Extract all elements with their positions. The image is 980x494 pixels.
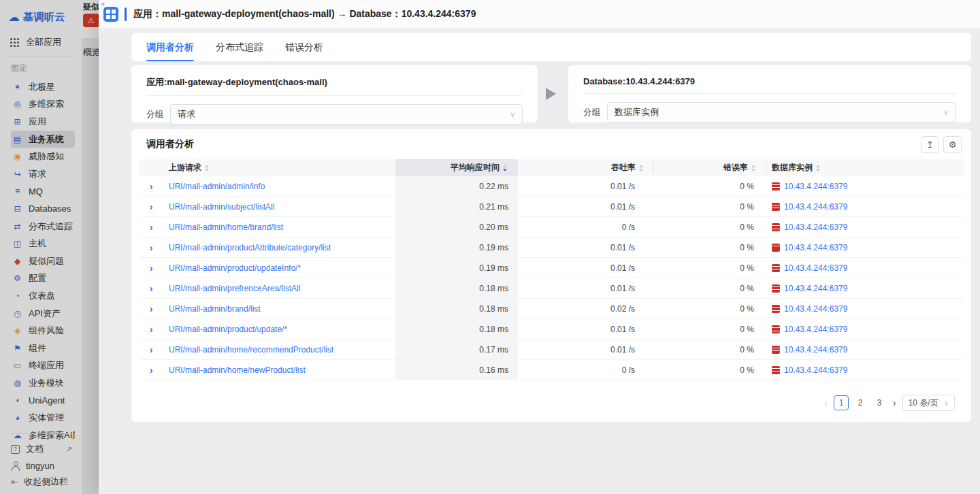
- widget-grid-icon[interactable]: [103, 7, 118, 22]
- page-3[interactable]: 3: [872, 395, 887, 410]
- column-header-avg-response[interactable]: 平均响应时间: [395, 159, 518, 176]
- chevron-down-icon: ∨: [510, 110, 515, 119]
- db-instance-link[interactable]: 10.43.4.244:6379: [784, 223, 847, 232]
- expand-cell: ›: [139, 319, 163, 339]
- db-instance-cell: 10.43.4.244:6379: [766, 278, 964, 298]
- app-card-title: 应用:mall-gateway-deployment(chaos-mall): [146, 72, 523, 96]
- expand-icon[interactable]: ›: [150, 243, 153, 252]
- drawer-header: × 应用：mall-gateway-deployment(chaos-mall)…: [99, 0, 980, 29]
- error-rate-cell: 0 %: [654, 197, 766, 216]
- page-size-select[interactable]: 10 条/页 ∨: [902, 395, 955, 411]
- column-settings-button[interactable]: ⚙: [943, 136, 962, 153]
- chevron-down-icon: ∨: [943, 108, 949, 117]
- uri-link[interactable]: URI/mall-admin/product/update/*: [169, 325, 287, 334]
- uri-link[interactable]: URI/mall-admin/home/recommendProduct/lis…: [169, 345, 333, 355]
- uri-link[interactable]: URI/mall-admin/subject/listAll: [169, 202, 274, 212]
- redis-icon: [772, 305, 780, 313]
- uri-link[interactable]: URI/mall-admin/home/brand/list: [169, 223, 283, 232]
- uri-link[interactable]: URI/mall-admin/product/updateInfo/*: [169, 263, 301, 273]
- app-card: 应用:mall-gateway-deployment(chaos-mall) 分…: [131, 65, 538, 122]
- avg-response-cell: 0.17 ms: [395, 340, 518, 359]
- uri-cell: URI/mall-admin/admin/info: [163, 176, 395, 196]
- export-button[interactable]: ↥: [921, 136, 939, 153]
- app-group-select[interactable]: 请求 ∨: [170, 104, 523, 125]
- redis-icon: [772, 346, 780, 354]
- prev-page-icon[interactable]: ‹: [824, 398, 828, 408]
- sort-icon[interactable]: [816, 165, 820, 171]
- drawer-title: 应用：mall-gateway-deployment(chaos-mall) →…: [133, 8, 476, 20]
- title-accent-bar: [125, 7, 127, 21]
- expand-cell: ›: [139, 217, 163, 237]
- db-instance-cell: 10.43.4.244:6379: [766, 319, 964, 339]
- table-body: ›URI/mall-admin/admin/info0.22 ms0.01 /s…: [139, 176, 964, 380]
- uri-cell: URI/mall-admin/home/newProduct/list: [163, 360, 395, 380]
- db-instance-cell: 10.43.4.244:6379: [766, 360, 964, 380]
- sort-icon-active[interactable]: [503, 165, 507, 171]
- sort-icon[interactable]: [639, 165, 643, 171]
- page-2[interactable]: 2: [853, 395, 868, 410]
- uri-cell: URI/mall-admin/brand/list: [163, 299, 395, 318]
- db-instance-link[interactable]: 10.43.4.244:6379: [784, 325, 847, 334]
- expand-icon[interactable]: ›: [150, 304, 153, 314]
- db-instance-link[interactable]: 10.43.4.244:6379: [784, 182, 847, 191]
- group-label: 分组: [146, 109, 163, 120]
- drawer-body: 调用者分析分布式追踪错误分析 应用:mall-gateway-deploymen…: [99, 29, 980, 494]
- app-root: ☁ 基调听云 全部应用 固定 ✶北极星◎多维探索⊞应用▤业务系统◉威胁感知↪请求…: [0, 0, 980, 494]
- uri-link[interactable]: URI/mall-admin/home/newProduct/list: [169, 365, 306, 375]
- db-instance-link[interactable]: 10.43.4.244:6379: [784, 365, 847, 375]
- redis-icon: [772, 264, 780, 272]
- throughput-cell: 0.01 /s: [518, 176, 654, 196]
- db-instance-cell: 10.43.4.244:6379: [766, 197, 964, 216]
- error-rate-cell: 0 %: [654, 217, 766, 237]
- db-instance-link[interactable]: 10.43.4.244:6379: [784, 263, 847, 273]
- error-rate-cell: 0 %: [654, 360, 766, 380]
- db-instance-link[interactable]: 10.43.4.244:6379: [784, 202, 847, 212]
- detail-drawer: × 应用：mall-gateway-deployment(chaos-mall)…: [99, 0, 980, 494]
- uri-link[interactable]: URI/mall-admin/prefrenceArea/listAll: [169, 284, 300, 293]
- expand-cell: ›: [139, 258, 163, 278]
- expand-cell: ›: [139, 237, 163, 257]
- database-card-title: Database:10.43.4.244:6379: [583, 72, 956, 94]
- drawer-mask[interactable]: [0, 0, 99, 494]
- expand-icon[interactable]: ›: [150, 345, 153, 355]
- column-header-uri[interactable]: 上游请求: [163, 159, 395, 176]
- tab-distributed-tracing[interactable]: 分布式追踪: [216, 33, 263, 61]
- avg-response-cell: 0.19 ms: [395, 258, 518, 278]
- avg-response-cell: 0.16 ms: [395, 360, 518, 380]
- db-instance-link[interactable]: 10.43.4.244:6379: [784, 304, 847, 314]
- column-header-error-rate[interactable]: 错误率: [654, 159, 766, 176]
- table-row: ›URI/mall-admin/subject/listAll0.21 ms0.…: [139, 197, 964, 217]
- uri-link[interactable]: URI/mall-admin/admin/info: [169, 182, 265, 191]
- column-header-db-instance[interactable]: 数据库实例: [766, 159, 964, 176]
- redis-icon: [772, 284, 780, 293]
- table-row: ›URI/mall-admin/home/brand/list0.20 ms0 …: [139, 217, 964, 237]
- sort-icon[interactable]: [751, 165, 755, 171]
- db-group-select[interactable]: 数据库实例 ∨: [607, 102, 956, 122]
- throughput-cell: 0 /s: [518, 217, 654, 237]
- expand-icon[interactable]: ›: [150, 325, 153, 334]
- db-instance-link[interactable]: 10.43.4.244:6379: [784, 345, 847, 355]
- db-instance-link[interactable]: 10.43.4.244:6379: [784, 243, 847, 252]
- redis-icon: [772, 325, 780, 333]
- throughput-cell: 0.01 /s: [518, 197, 654, 216]
- tab-error-analysis[interactable]: 错误分析: [285, 33, 323, 61]
- expand-icon[interactable]: ›: [150, 365, 153, 375]
- column-header-throughput[interactable]: 吞吐率: [518, 159, 654, 176]
- expand-icon[interactable]: ›: [150, 223, 153, 232]
- uri-cell: URI/mall-admin/home/brand/list: [163, 217, 395, 237]
- tab-caller-analysis[interactable]: 调用者分析: [146, 33, 194, 61]
- error-rate-cell: 0 %: [654, 237, 766, 257]
- uri-link[interactable]: URI/mall-admin/brand/list: [169, 304, 261, 314]
- expand-icon[interactable]: ›: [150, 284, 153, 293]
- panel-title: 调用者分析: [146, 138, 194, 150]
- group-label: 分组: [583, 107, 600, 118]
- throughput-cell: 0.01 /s: [518, 237, 654, 257]
- next-page-icon[interactable]: ›: [893, 398, 896, 408]
- expand-icon[interactable]: ›: [150, 202, 153, 212]
- db-instance-link[interactable]: 10.43.4.244:6379: [784, 284, 847, 293]
- expand-icon[interactable]: ›: [150, 182, 153, 191]
- expand-icon[interactable]: ›: [150, 263, 153, 273]
- page-1[interactable]: 1: [834, 395, 849, 410]
- uri-link[interactable]: URI/mall-admin/productAttribute/category…: [169, 243, 331, 252]
- sort-icon[interactable]: [205, 165, 209, 171]
